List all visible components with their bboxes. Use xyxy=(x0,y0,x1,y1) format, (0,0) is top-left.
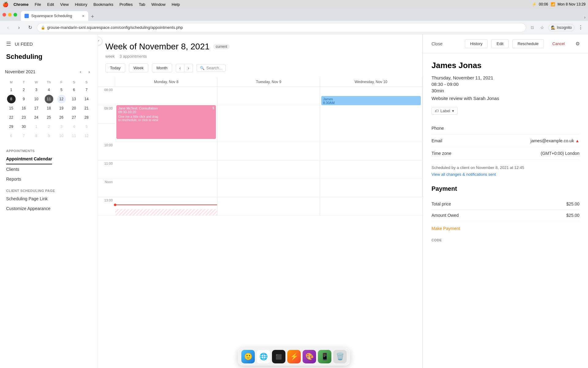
cal-day-4[interactable]: 4 xyxy=(45,86,53,94)
active-tab[interactable]: Squarespace Scheduling × xyxy=(21,11,88,21)
sidebar-collapse-btn[interactable]: ↙ xyxy=(98,37,102,45)
window-maximize[interactable] xyxy=(13,13,17,17)
mini-cal-next[interactable]: › xyxy=(85,68,93,75)
back-btn[interactable]: ‹ xyxy=(4,23,12,32)
james-event[interactable]: James 8:30AM xyxy=(321,96,421,105)
menu-tab[interactable]: Tab xyxy=(136,2,148,7)
menu-file[interactable]: File xyxy=(32,2,43,7)
cal-day-9[interactable]: 9 xyxy=(20,95,28,103)
menu-help[interactable]: Help xyxy=(169,2,183,7)
sidebar-clients[interactable]: Clients xyxy=(0,164,98,174)
cal-cell-tue-11[interactable] xyxy=(217,160,320,179)
cal-cell-wed-noon[interactable] xyxy=(320,179,422,197)
dock-app4[interactable]: ⚡ xyxy=(287,350,301,363)
cal-day-12[interactable]: 12 xyxy=(57,95,66,103)
cal-day-dec-7[interactable]: 7 xyxy=(20,132,28,140)
cal-cell-wed-09[interactable] xyxy=(320,105,422,142)
cal-cell-mon-13[interactable] xyxy=(115,197,217,216)
cal-day-2[interactable]: 2 xyxy=(20,86,28,94)
view-changes-link[interactable]: View all changes & notifications sent xyxy=(432,172,579,177)
tab-bar-arrow[interactable]: › xyxy=(584,15,586,20)
dock-app5[interactable]: 🎨 xyxy=(303,350,316,363)
cal-day-6[interactable]: 6 xyxy=(70,86,78,94)
mini-cal-prev[interactable]: ‹ xyxy=(77,68,84,75)
address-input[interactable]: 🔒 grouse-mandarin-sxnl.squarespace.com/c… xyxy=(37,23,526,32)
today-btn[interactable]: Today xyxy=(105,63,125,72)
cal-day-24[interactable]: 24 xyxy=(32,113,41,122)
rp-edit-btn[interactable]: Edit xyxy=(491,39,508,48)
cal-day-16[interactable]: 16 xyxy=(20,104,28,113)
cal-day-dec-12[interactable]: 12 xyxy=(82,132,91,140)
window-minimize[interactable] xyxy=(8,13,12,17)
cal-cell-mon-09[interactable]: Jane McTest: Consultation $ 09:30-10:20 … xyxy=(115,105,217,142)
cal-day-28[interactable]: 28 xyxy=(82,113,91,122)
cal-day-dec-3[interactable]: 3 xyxy=(57,122,66,131)
chrome-menu-btn[interactable]: ⋮ xyxy=(577,24,584,31)
cal-day-13[interactable]: 13 xyxy=(70,95,78,103)
cal-cell-wed-11[interactable] xyxy=(320,160,422,179)
sidebar-customize-appearance[interactable]: Customize Appearance xyxy=(0,204,98,213)
menu-chrome[interactable]: Chrome xyxy=(11,2,31,7)
cal-day-dec-11[interactable]: 11 xyxy=(70,132,78,140)
cal-cell-mon-10[interactable] xyxy=(115,142,217,160)
rp-history-btn[interactable]: History xyxy=(465,39,488,48)
cal-day-11[interactable]: 11 xyxy=(45,95,53,103)
profile-btn[interactable]: 🕵 Incognito xyxy=(548,24,575,31)
cal-day-27[interactable]: 27 xyxy=(70,113,78,122)
cal-day-5[interactable]: 5 xyxy=(57,86,66,94)
menu-view[interactable]: View xyxy=(58,2,71,7)
cal-cell-tue-08[interactable] xyxy=(217,87,320,105)
sidebar-appointment-calendar[interactable]: Appointment Calendar xyxy=(6,154,52,164)
cal-day-14[interactable]: 14 xyxy=(82,95,91,103)
cal-day-19[interactable]: 19 xyxy=(57,104,66,113)
apple-menu[interactable]: 🍎 xyxy=(2,2,9,7)
reload-btn[interactable]: ↻ xyxy=(26,23,34,32)
cal-day-dec-4[interactable]: 4 xyxy=(70,122,78,131)
menu-bookmarks[interactable]: Bookmarks xyxy=(91,2,116,7)
dock-trash[interactable]: 🗑️ xyxy=(333,350,347,363)
cal-day-25[interactable]: 25 xyxy=(45,113,53,122)
cal-cell-mon-11[interactable] xyxy=(115,160,217,179)
cal-day-20[interactable]: 20 xyxy=(70,104,78,113)
cal-cell-tue-10[interactable] xyxy=(217,142,320,160)
sidebar-reports[interactable]: Reports xyxy=(0,174,98,184)
month-btn[interactable]: Month xyxy=(152,63,172,72)
search-box[interactable]: 🔍 Search... xyxy=(197,64,226,72)
dock-finder[interactable]: 🙂 xyxy=(241,350,255,363)
make-payment-link[interactable]: Make Payment xyxy=(432,226,579,231)
cal-day-8[interactable]: 8 xyxy=(7,95,16,103)
cal-cell-mon-08[interactable] xyxy=(115,87,217,105)
cal-cell-tue-noon[interactable] xyxy=(217,179,320,197)
rp-cancel-btn[interactable]: Cancel xyxy=(548,40,570,48)
bookmark-icon[interactable]: ☆ xyxy=(538,24,546,31)
cal-cell-wed-13[interactable] xyxy=(320,197,422,216)
cal-day-15[interactable]: 15 xyxy=(7,104,16,113)
menu-history[interactable]: History xyxy=(72,2,89,7)
rp-reschedule-btn[interactable]: Reschedule xyxy=(512,39,544,48)
week-btn[interactable]: Week xyxy=(129,63,148,72)
dock-chrome[interactable]: 🌐 xyxy=(257,350,270,363)
new-tab-btn[interactable]: + xyxy=(88,12,97,21)
cal-day-dec-2[interactable]: 2 xyxy=(45,122,53,131)
cal-day-10[interactable]: 10 xyxy=(32,95,41,103)
cal-cell-wed-08[interactable]: James 8:30AM xyxy=(320,87,422,105)
forward-btn[interactable]: › xyxy=(15,23,23,32)
jane-event[interactable]: Jane McTest: Consultation $ 09:30-10:20 … xyxy=(116,105,216,139)
cal-day-dec-8[interactable]: 8 xyxy=(32,132,41,140)
menu-window[interactable]: Window xyxy=(149,2,168,7)
cal-day-30[interactable]: 30 xyxy=(20,122,28,131)
label-btn[interactable]: 🏷 Label ▾ xyxy=(432,107,458,115)
cal-day-21[interactable]: 21 xyxy=(82,104,91,113)
cal-day-dec-5[interactable]: 5 xyxy=(82,122,91,131)
cal-day-22[interactable]: 22 xyxy=(7,113,16,122)
sidebar-toggle[interactable]: ☰ xyxy=(6,40,11,47)
cal-cell-wed-10[interactable] xyxy=(320,142,422,160)
rp-settings-btn[interactable]: ⚙ xyxy=(573,40,582,48)
cal-day-26[interactable]: 26 xyxy=(57,113,66,122)
cal-cell-tue-13[interactable] xyxy=(217,197,320,216)
menu-edit[interactable]: Edit xyxy=(45,2,56,7)
cal-cell-mon-noon[interactable] xyxy=(115,179,217,197)
cal-day-3[interactable]: 3 xyxy=(32,86,41,94)
rp-close-btn[interactable]: Close xyxy=(429,40,445,48)
dock-terminal[interactable]: ⬛ xyxy=(272,350,285,363)
